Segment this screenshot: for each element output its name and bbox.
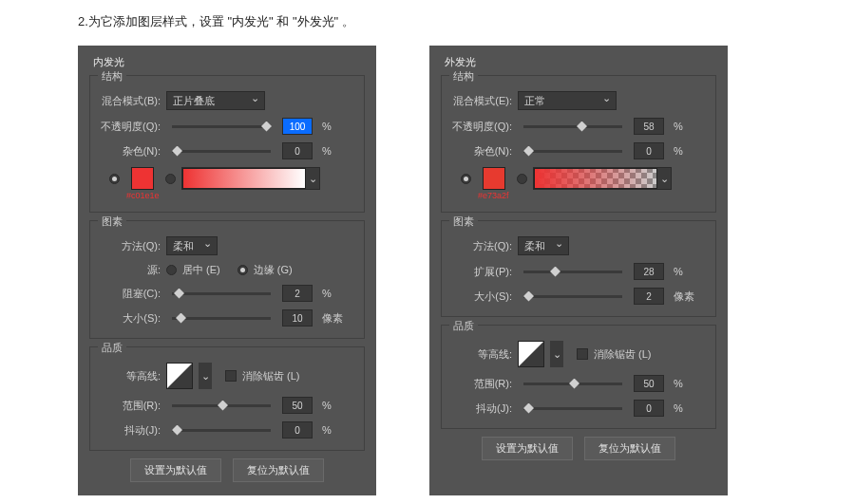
structure-group: 结构 混合模式(E): 正常 不透明度(Q): % 杂色(N): % ⌄ #e7… — [441, 75, 716, 213]
opacity-input[interactable] — [282, 118, 313, 135]
range-label: 范围(R): — [100, 399, 161, 413]
chevron-down-icon[interactable]: ⌄ — [657, 168, 671, 189]
noise-label: 杂色(N): — [100, 144, 161, 159]
color-swatch[interactable] — [131, 167, 154, 190]
gradient-picker[interactable]: ⌄ — [533, 167, 672, 190]
color-radio[interactable] — [461, 174, 471, 184]
size-input[interactable] — [634, 288, 664, 305]
pct-unit: % — [322, 121, 332, 132]
noise-slider[interactable] — [172, 150, 271, 153]
source-edge-radio[interactable] — [238, 265, 248, 275]
pct-unit: % — [674, 378, 683, 389]
structure-group: 结构 混合模式(B): 正片叠底 不透明度(Q): % 杂色(N): % ⌄ #… — [89, 75, 365, 213]
pct-unit: % — [322, 145, 332, 157]
spread-label: 扩展(P): — [451, 265, 512, 279]
spread-input[interactable] — [634, 263, 664, 280]
quality-title: 品质 — [449, 319, 478, 333]
contour-label: 等高线: — [100, 369, 161, 383]
range-input[interactable] — [634, 375, 664, 392]
pct-unit: % — [322, 400, 332, 411]
structure-title: 结构 — [449, 69, 478, 84]
source-label: 源: — [100, 263, 161, 277]
jitter-input[interactable] — [634, 400, 664, 417]
chevron-down-icon[interactable]: ⌄ — [306, 168, 319, 189]
opacity-slider[interactable] — [172, 125, 271, 128]
inner-glow-title: 内发光 — [93, 55, 365, 69]
source-center-label: 居中 (E) — [182, 263, 220, 277]
opacity-label: 不透明度(Q): — [451, 120, 512, 134]
reset-default-button[interactable]: 复位为默认值 — [584, 437, 675, 460]
noise-input[interactable] — [634, 142, 664, 159]
color-radio[interactable] — [109, 174, 120, 184]
set-default-button[interactable]: 设置为默认值 — [130, 458, 221, 482]
range-label: 范围(R): — [451, 377, 512, 391]
structure-title: 结构 — [98, 69, 126, 84]
elements-group: 图素 方法(Q): 柔和 源: 居中 (E) 边缘 (G) 阻塞(C): % 大… — [89, 220, 365, 339]
px-unit: 像素 — [322, 311, 343, 326]
choke-label: 阻塞(C): — [100, 287, 161, 301]
size-slider[interactable] — [172, 317, 271, 320]
size-input[interactable] — [282, 309, 313, 327]
antialias-checkbox[interactable] — [577, 348, 588, 360]
technique-select[interactable]: 柔和 — [518, 236, 569, 255]
outer-glow-title: 外发光 — [445, 55, 716, 69]
color-swatch[interactable] — [483, 167, 505, 190]
technique-label: 方法(Q): — [451, 239, 512, 253]
quality-title: 品质 — [98, 341, 126, 355]
range-input[interactable] — [282, 397, 313, 414]
technique-label: 方法(Q): — [100, 239, 161, 253]
px-unit: 像素 — [674, 289, 694, 304]
pct-unit: % — [674, 266, 683, 277]
gradient-radio[interactable] — [517, 174, 527, 184]
contour-picker[interactable] — [518, 341, 544, 367]
antialias-label: 消除锯齿 (L) — [242, 369, 300, 383]
quality-group: 品质 等高线: ⌄ 消除锯齿 (L) 范围(R): % 抖动(J): % — [441, 325, 716, 429]
gradient-radio[interactable] — [165, 174, 176, 184]
choke-slider[interactable] — [172, 292, 271, 295]
blend-mode-select[interactable]: 正片叠底 — [166, 91, 265, 110]
pct-unit: % — [322, 424, 332, 436]
contour-picker[interactable] — [166, 363, 193, 389]
inner-glow-panel: 内发光 结构 混合模式(B): 正片叠底 不透明度(Q): % 杂色(N): %… — [78, 46, 376, 495]
noise-input[interactable] — [282, 142, 313, 159]
antialias-checkbox[interactable] — [225, 370, 237, 382]
opacity-label: 不透明度(Q): — [100, 120, 161, 134]
quality-group: 品质 等高线: ⌄ 消除锯齿 (L) 范围(R): % 抖动(J): % — [89, 346, 365, 451]
hex-code: #c01e1e — [126, 191, 354, 200]
jitter-slider[interactable] — [172, 429, 271, 432]
gradient-picker[interactable]: ⌄ — [181, 167, 320, 190]
pct-unit: % — [322, 288, 332, 299]
antialias-label: 消除锯齿 (L) — [594, 347, 652, 362]
set-default-button[interactable]: 设置为默认值 — [482, 437, 573, 460]
blend-mode-label: 混合模式(B): — [100, 94, 161, 108]
source-center-radio[interactable] — [166, 265, 177, 275]
jitter-input[interactable] — [282, 421, 313, 439]
range-slider[interactable] — [523, 383, 622, 385]
blend-mode-select[interactable]: 正常 — [518, 91, 617, 110]
size-slider[interactable] — [523, 295, 622, 298]
pct-unit: % — [674, 121, 683, 132]
pct-unit: % — [674, 402, 683, 414]
reset-default-button[interactable]: 复位为默认值 — [233, 458, 324, 482]
noise-label: 杂色(N): — [451, 144, 512, 159]
jitter-slider[interactable] — [523, 407, 622, 410]
pct-unit: % — [674, 145, 683, 157]
size-label: 大小(S): — [100, 311, 161, 326]
outer-glow-panel: 外发光 结构 混合模式(E): 正常 不透明度(Q): % 杂色(N): % ⌄… — [429, 46, 728, 495]
contour-label: 等高线: — [451, 347, 512, 362]
chevron-down-icon[interactable]: ⌄ — [199, 363, 212, 389]
noise-slider[interactable] — [523, 150, 622, 153]
elements-title: 图素 — [98, 215, 126, 229]
range-slider[interactable] — [172, 404, 271, 407]
spread-slider[interactable] — [523, 271, 622, 273]
source-edge-label: 边缘 (G) — [254, 263, 293, 277]
jitter-label: 抖动(J): — [451, 401, 512, 416]
opacity-input[interactable] — [634, 118, 664, 135]
technique-select[interactable]: 柔和 — [166, 236, 218, 255]
choke-input[interactable] — [282, 285, 313, 302]
jitter-label: 抖动(J): — [100, 423, 161, 438]
chevron-down-icon[interactable]: ⌄ — [550, 341, 563, 367]
hex-code: #e73a2f — [478, 191, 706, 200]
elements-group: 图素 方法(Q): 柔和 扩展(P): % 大小(S): 像素 — [441, 220, 716, 317]
opacity-slider[interactable] — [523, 125, 622, 128]
